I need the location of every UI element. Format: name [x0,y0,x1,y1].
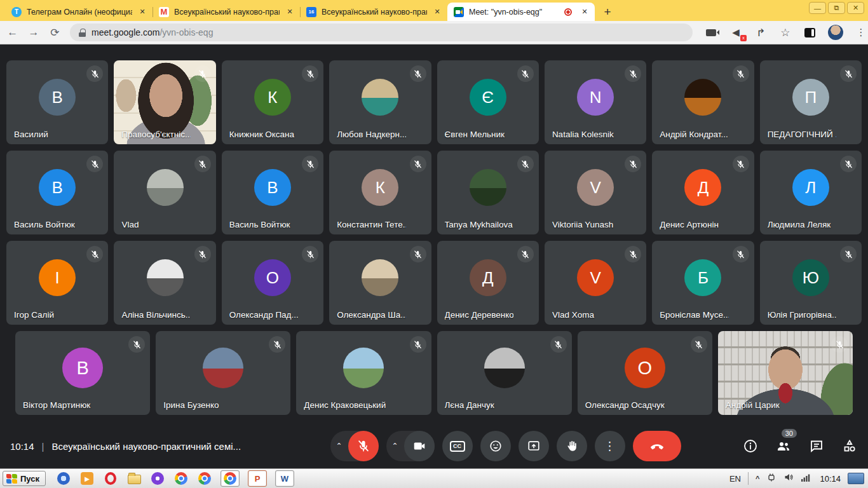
avatar [343,348,384,388]
start-button[interactable]: Пуск [3,471,46,486]
participant-video-tile[interactable]: Правосуб'єктніс... [114,60,215,144]
leave-call-button[interactable] [633,431,681,461]
raise-hand-button[interactable] [557,431,587,461]
lock-icon [79,29,86,37]
tab-gmail[interactable]: M Всеукраїнський науково-практ ✕ [153,3,300,21]
participant-tile[interactable]: Лєна Данчук [437,331,572,415]
participant-tile[interactable]: Vlad [114,151,215,234]
windows-taskbar: Пуск ▶PW EN ^ 10:14 [0,468,868,488]
participant-tile[interactable]: Андрій Кондрат... [652,60,754,144]
mic-muted-icon [410,156,426,172]
close-icon[interactable]: ✕ [137,7,147,17]
reload-button[interactable]: ⟳ [46,23,64,42]
restore-button[interactable]: ⧉ [828,2,845,14]
activities-button[interactable] [841,438,858,454]
participant-tile[interactable]: N Natalia Kolesnik [545,60,646,144]
gmail-icon: M [159,7,169,17]
participant-tile[interactable]: Любов Надкерн... [329,60,431,144]
avatar: N [577,79,614,116]
hidden-icons-chevron-icon[interactable]: ^ [756,475,759,482]
participant-tile[interactable]: В Василь Войтюк [222,151,323,234]
shield-icon[interactable] [150,471,165,486]
participant-tile[interactable]: Tanya Mykhailova [437,151,539,234]
forward-button[interactable]: → [25,23,42,42]
captions-button[interactable]: CC [442,431,473,461]
participant-tile[interactable]: В Віктор Мартинюк [15,331,150,415]
participant-tile[interactable]: Олександра Ша... [329,241,431,325]
chrome-icon[interactable] [197,471,212,486]
chrome-icon[interactable] [173,471,189,486]
participant-tile[interactable]: Ю Юлія Григорівна... [760,241,862,325]
browser-menu-icon[interactable]: ⋮ [854,25,868,39]
participant-tile[interactable]: Денис Краковецький [296,331,431,415]
back-button[interactable]: ← [4,23,21,42]
participant-tile[interactable]: О Олександр Осадчук [578,331,712,415]
sound-blocked-icon[interactable]: ◀x [729,25,743,39]
camera-options-chevron-icon[interactable]: ⌃ [386,442,404,451]
word-icon[interactable]: W [275,470,294,487]
mic-muted-icon [831,336,848,353]
participant-tile[interactable]: Б Броніслав Мусе... [652,241,754,325]
participant-tile[interactable]: Є Євген Мельник [437,60,539,144]
show-desktop-button[interactable] [848,473,864,484]
chat-button[interactable] [808,438,825,454]
participants-button[interactable]: 30 [775,438,792,454]
close-icon[interactable]: ✕ [432,7,442,17]
new-tab-button[interactable]: + [599,3,616,21]
profile-avatar[interactable] [828,25,843,40]
reactions-button[interactable] [480,431,511,461]
tab-meet-active[interactable]: Meet: "yvn-obis-eqg" ✕ [447,3,595,21]
tab-telegram[interactable]: T Телеграм Онлайн (неофициальн ✕ [5,3,153,21]
mic-options-chevron-icon[interactable]: ⌃ [330,442,348,451]
participant-tile[interactable]: О Олександр Пад... [222,241,323,325]
chrome-icon[interactable] [220,470,240,487]
mic-muted-icon [517,246,534,262]
language-indicator[interactable]: EN [729,474,741,484]
kmplayer-icon[interactable] [56,471,71,486]
participant-tile[interactable]: V Viktoriia Yunash [545,151,646,234]
participant-tile[interactable]: Д Денис Деревенко [437,241,539,325]
participant-tile[interactable]: П ПЕДАГОГІЧНИЙ ... [760,60,862,144]
camera-permission-icon[interactable] [704,25,718,39]
window-close-button[interactable]: ✕ [847,2,864,14]
powerpoint-icon[interactable]: P [248,470,267,487]
participant-tile[interactable]: V Vlad Xoma [545,241,646,325]
participant-tile[interactable]: К Книжник Оксана [222,60,323,144]
bookmark-star-icon[interactable]: ☆ [778,25,792,39]
participant-video-tile[interactable]: Андрій Царик [718,331,853,415]
volume-icon[interactable] [783,472,794,485]
participant-tile[interactable]: Д Денис Артюнін [652,151,754,234]
participant-tile[interactable]: І Ігор Салій [6,241,108,325]
mic-muted-icon [128,336,145,353]
more-options-button[interactable]: ⋮ [595,431,625,461]
participant-tile[interactable]: Л Людмила Леляк [760,151,862,234]
share-icon[interactable]: ↱ [753,25,768,39]
present-screen-button[interactable] [519,431,549,461]
mic-muted-icon [302,246,318,262]
participant-tile[interactable]: К Константин Тете... [329,151,431,234]
camera-button[interactable] [404,431,435,461]
power-icon[interactable] [766,472,776,485]
mic-muted-icon [194,65,211,82]
participant-tile[interactable]: В Василий [6,60,108,144]
participant-name: Броніслав Мусе... [660,310,728,320]
folder-icon[interactable] [126,471,142,486]
tab-calendar[interactable]: 16 Всеукраїнський науково-практ ✕ [300,3,447,21]
minimize-button[interactable]: — [809,2,826,14]
mic-mute-button[interactable] [348,431,379,461]
participant-name: Денис Артюнін [660,220,728,229]
close-icon[interactable]: ✕ [580,7,590,17]
participant-tile[interactable]: Аліна Вільчинсь... [114,241,215,325]
participant-grid: В Василий Правосуб'єктніс...К Книжник Ок… [0,44,868,421]
participant-tile[interactable]: В Василь Войтюк [6,151,108,234]
media-icon[interactable]: ▶ [79,471,95,486]
avatar: Є [470,79,506,116]
opera-icon[interactable] [103,471,118,486]
network-signal-icon[interactable] [801,472,811,485]
participant-tile[interactable]: Ірина Бузенко [156,331,290,415]
close-icon[interactable]: ✕ [285,7,295,17]
address-bar[interactable]: meet.google.com/yvn-obis-eqg [70,24,693,41]
meeting-details-button[interactable] [742,438,759,454]
side-panel-icon[interactable] [803,25,817,39]
meeting-title: Всеукраїнський науково-практичний семі..… [51,441,241,452]
